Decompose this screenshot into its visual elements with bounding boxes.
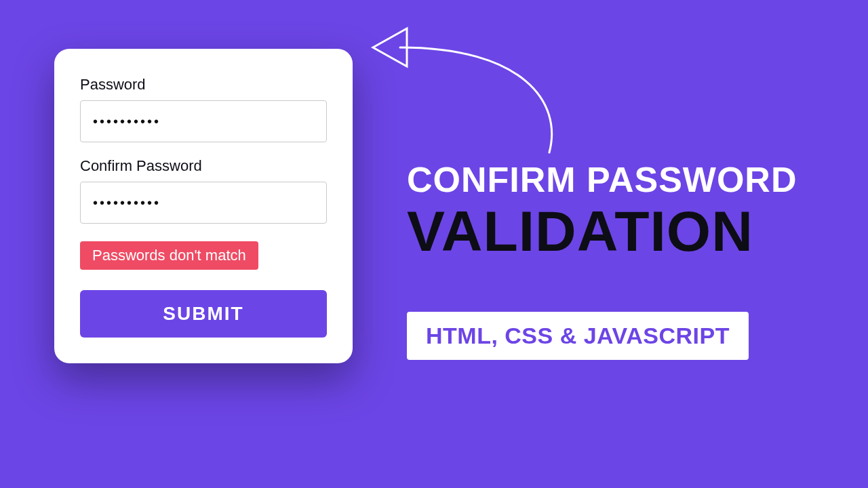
svg-marker-0 [373, 28, 407, 66]
hero-line-1: CONFIRM PASSWORD [407, 159, 841, 200]
submit-button[interactable]: SUBMIT [80, 290, 327, 338]
password-input[interactable] [80, 100, 327, 142]
password-form-card: Password Confirm Password Passwords don'… [54, 49, 353, 363]
confirm-password-field-group: Confirm Password [80, 157, 327, 224]
confirm-password-input[interactable] [80, 182, 327, 224]
error-message-badge: Passwords don't match [80, 241, 258, 270]
hero-headline: CONFIRM PASSWORD VALIDATION [407, 159, 841, 261]
hero-line-2: VALIDATION [407, 201, 841, 261]
confirm-password-label: Confirm Password [80, 157, 327, 175]
password-label: Password [80, 76, 327, 94]
pointer-arrow-icon [359, 20, 576, 163]
password-field-group: Password [80, 76, 327, 142]
tech-tag-pill: HTML, CSS & JAVASCRIPT [407, 312, 749, 360]
